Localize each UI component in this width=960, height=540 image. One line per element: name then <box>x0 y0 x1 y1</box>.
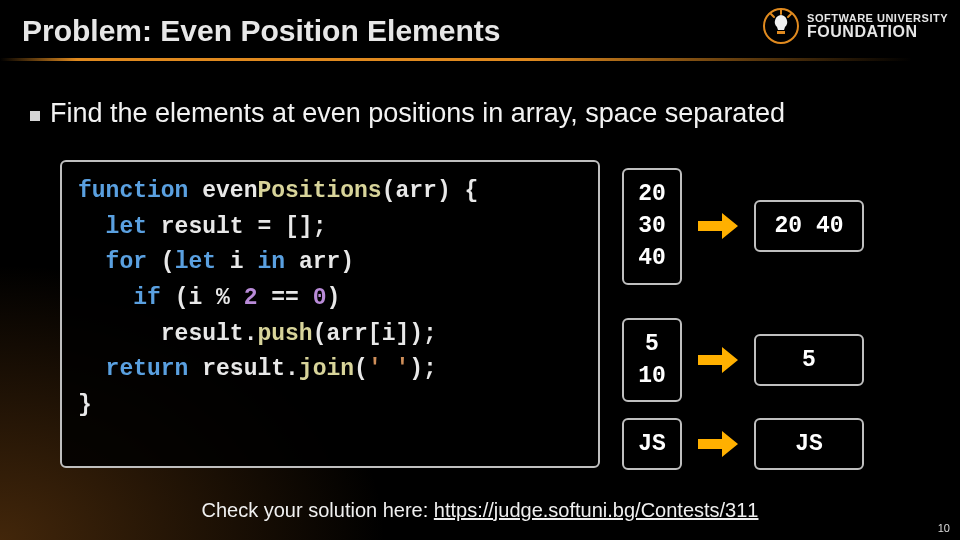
code-token: i <box>216 249 257 275</box>
example-input: 20 30 40 <box>622 168 682 285</box>
example-row-1: 20 30 40 20 40 <box>622 168 864 285</box>
code-token: ( <box>147 249 175 275</box>
code-token: function <box>78 178 188 204</box>
footer-prefix: Check your solution here: <box>201 499 433 521</box>
svg-rect-1 <box>777 31 785 34</box>
title-underline <box>0 58 960 61</box>
footer-line: Check your solution here: https://judge.… <box>0 499 960 522</box>
logo-text-line1: SOFTWARE UNIVERSITY <box>807 13 948 24</box>
example-output: 20 40 <box>754 200 864 252</box>
code-token: result. <box>78 321 257 347</box>
code-token: join <box>299 356 354 382</box>
code-token: if <box>78 285 161 311</box>
code-token: let <box>175 249 216 275</box>
code-token: return <box>78 356 188 382</box>
code-token: (arr[i]); <box>313 321 437 347</box>
code-token: in <box>257 249 285 275</box>
arrow-right-icon <box>696 211 740 241</box>
example-output: JS <box>754 418 864 470</box>
code-token: result = []; <box>147 214 326 240</box>
code-token: let <box>78 214 147 240</box>
code-token: } <box>78 392 92 418</box>
slide-title: Problem: Even Position Elements <box>22 14 500 48</box>
page-number: 10 <box>938 522 950 534</box>
code-token: Positions <box>257 178 381 204</box>
code-token: ) <box>327 285 341 311</box>
code-token: ( <box>354 356 368 382</box>
bullet-icon <box>30 111 40 121</box>
bullet-text: Find the elements at even positions in a… <box>50 98 785 129</box>
code-token: (arr) { <box>382 178 479 204</box>
code-token: ' ' <box>368 356 409 382</box>
code-token: 0 <box>313 285 327 311</box>
code-token: result. <box>188 356 298 382</box>
example-row-3: JS JS <box>622 418 864 470</box>
code-token: arr) <box>285 249 354 275</box>
code-token: == <box>257 285 312 311</box>
lightbulb-icon <box>761 6 801 46</box>
bullet-line: Find the elements at even positions in a… <box>30 98 785 129</box>
code-token: ); <box>409 356 437 382</box>
example-input: 5 10 <box>622 318 682 402</box>
example-row-2: 5 10 5 <box>622 318 864 402</box>
code-token: 2 <box>244 285 258 311</box>
code-token: push <box>257 321 312 347</box>
code-token: (i % <box>161 285 244 311</box>
code-token: for <box>78 249 147 275</box>
logo-text-line2: FOUNDATION <box>807 24 948 40</box>
example-output: 5 <box>754 334 864 386</box>
code-block: function evenPositions(arr) { let result… <box>60 160 600 468</box>
example-input: JS <box>622 418 682 470</box>
footer-link[interactable]: https://judge.softuni.bg/Contests/311 <box>434 499 759 521</box>
arrow-right-icon <box>696 345 740 375</box>
code-token: even <box>188 178 257 204</box>
arrow-right-icon <box>696 429 740 459</box>
brand-logo: SOFTWARE UNIVERSITY FOUNDATION <box>761 6 948 46</box>
